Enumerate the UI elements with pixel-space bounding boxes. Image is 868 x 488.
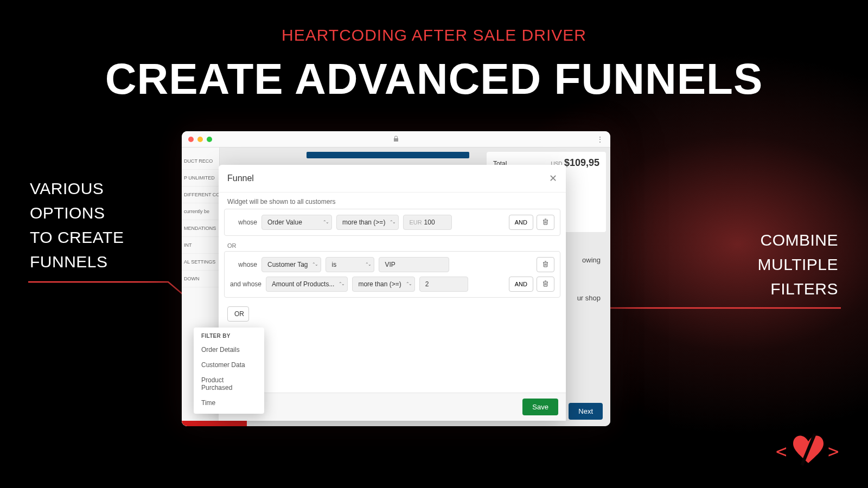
sidebar-item[interactable]: AL SETTINGS xyxy=(182,254,219,271)
sidebar-item[interactable]: currently be xyxy=(182,203,219,220)
operator-select[interactable]: more than (>=) xyxy=(352,277,414,292)
arrow-left xyxy=(27,277,201,309)
delete-rule-button[interactable] xyxy=(537,215,554,230)
trash-icon xyxy=(542,261,548,267)
value-input[interactable]: EUR100 xyxy=(403,215,452,230)
hero-title: CREATE ADVANCED FUNNELS xyxy=(0,54,868,104)
right-text-1: owing xyxy=(582,256,601,264)
filter-option[interactable]: Customer Data xyxy=(194,357,264,373)
sidebar-item[interactable]: MENDATIONS xyxy=(182,220,219,237)
rule-prefix: and whose xyxy=(230,280,261,288)
modal-title: Funnel xyxy=(227,174,254,183)
rule-group-1: whose Order Value more than (>=) EUR100 … xyxy=(224,209,560,236)
operator-select[interactable]: is xyxy=(326,257,374,272)
heartcoding-logo: < > xyxy=(776,432,841,472)
and-button[interactable]: AND xyxy=(509,277,533,292)
filter-option[interactable]: Order Details xyxy=(194,342,264,357)
lock-icon xyxy=(393,136,399,143)
value-input[interactable]: 2 xyxy=(419,277,468,292)
sidebar-item[interactable]: DUCT RECO xyxy=(182,153,219,170)
funnel-modal: Funnel ✕ Widget will be shown to all cus… xyxy=(219,165,566,421)
svg-text:<: < xyxy=(776,440,787,462)
sidebar-item[interactable]: DOWN xyxy=(182,271,219,287)
delete-rule-button[interactable] xyxy=(537,277,554,292)
value-text: 100 xyxy=(424,219,435,226)
rule-prefix: whose xyxy=(230,261,257,268)
callout-right: COMBINE MULTIPLE FILTERS xyxy=(758,228,838,301)
next-button[interactable]: Next xyxy=(569,403,603,420)
filter-heading: FILTER BY xyxy=(194,333,264,342)
operator-select[interactable]: more than (>=) xyxy=(336,215,399,230)
field-select[interactable]: Order Value xyxy=(261,215,332,230)
filter-option[interactable]: Time xyxy=(194,395,264,410)
value-input[interactable]: VIP xyxy=(379,257,449,272)
sidebar-item[interactable]: DIFFERENT CO xyxy=(182,187,219,203)
trash-icon xyxy=(542,219,548,225)
sidebar-item[interactable]: INT xyxy=(182,237,219,254)
trash-icon xyxy=(542,280,548,287)
total-amount: $109,95 xyxy=(564,157,599,168)
add-or-button[interactable]: OR xyxy=(227,306,249,322)
callout-left-text: VARIOUS OPTIONS TO CREATE FUNNELS xyxy=(30,179,124,271)
delete-rule-button[interactable] xyxy=(537,257,554,272)
browser-titlebar: ⋮ xyxy=(182,131,610,147)
browser-window: ⋮ DUCT RECO P UNLIMITED DIFFERENT CO cur… xyxy=(182,131,610,426)
field-select[interactable]: Amount of Products... xyxy=(266,277,348,292)
currency-prefix: EUR xyxy=(409,219,422,226)
app-body: DUCT RECO P UNLIMITED DIFFERENT CO curre… xyxy=(182,147,610,426)
rule-prefix: whose xyxy=(230,219,257,226)
modal-subtitle: Widget will be shown to all customers xyxy=(219,192,566,209)
or-separator: OR xyxy=(227,242,557,249)
right-text-2: ur shop xyxy=(577,294,601,302)
rule-group-2: whose Customer Tag is VIP and whose Amou… xyxy=(224,251,560,298)
and-button[interactable]: AND xyxy=(509,215,533,230)
filter-by-popover: FILTER BY Order Details Customer Data Pr… xyxy=(194,328,264,414)
maximize-icon[interactable] xyxy=(207,137,212,142)
hero-subtitle: HEARTCODING AFTER SALE DRIVER xyxy=(0,26,868,44)
close-icon[interactable] xyxy=(188,137,194,142)
save-button[interactable]: Save xyxy=(522,399,558,415)
kebab-icon[interactable]: ⋮ xyxy=(596,138,604,140)
close-icon[interactable]: ✕ xyxy=(549,172,557,184)
traffic-lights xyxy=(188,137,212,142)
field-select[interactable]: Customer Tag xyxy=(261,257,321,272)
top-progress-bar xyxy=(307,152,469,158)
svg-text:>: > xyxy=(828,440,839,462)
callout-right-text: COMBINE MULTIPLE FILTERS xyxy=(758,231,838,298)
sidebar-item[interactable]: P UNLIMITED xyxy=(182,170,219,187)
filter-option[interactable]: Product Purchased xyxy=(194,373,264,395)
minimize-icon[interactable] xyxy=(197,137,203,142)
red-accent-bar xyxy=(182,421,247,426)
callout-left: VARIOUS OPTIONS TO CREATE FUNNELS xyxy=(30,176,124,274)
